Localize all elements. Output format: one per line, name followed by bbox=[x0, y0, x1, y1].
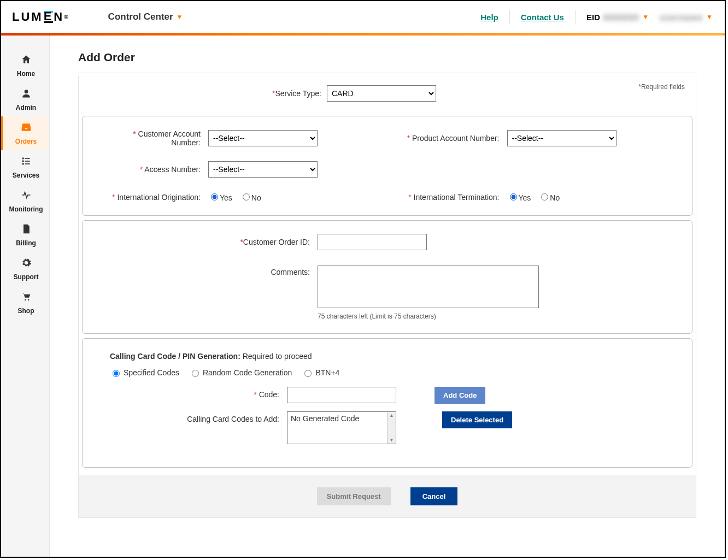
svg-rect-4 bbox=[25, 161, 30, 162]
sidebar-item-shop[interactable]: Shop bbox=[1, 286, 49, 320]
sidebar-item-label: Home bbox=[17, 70, 35, 78]
code-label: Code: bbox=[259, 390, 279, 399]
sidebar: Home Admin Orders Services bbox=[1, 36, 50, 557]
access-number-label: Access Number: bbox=[144, 165, 201, 174]
comments-textarea[interactable] bbox=[318, 266, 539, 308]
form-container: *Service Type: CARD *Required fields * C… bbox=[78, 75, 696, 518]
intl-orig-no[interactable]: No bbox=[240, 192, 261, 202]
svg-point-8 bbox=[27, 299, 29, 300]
sidebar-item-label: Admin bbox=[16, 104, 36, 111]
svg-point-7 bbox=[25, 299, 26, 300]
svg-point-5 bbox=[22, 163, 24, 164]
sidebar-item-services[interactable]: Services bbox=[1, 150, 49, 184]
product-account-field: * Product Account Number: --Select-- bbox=[390, 129, 673, 147]
comments-label: Comments: bbox=[271, 268, 310, 276]
access-number-field: * Access Number: --Select-- bbox=[102, 161, 385, 178]
intl-term-field: * International Termination: Yes No bbox=[390, 192, 673, 202]
chevron-down-icon: ▼ bbox=[706, 13, 713, 21]
submit-button: Submit Request bbox=[317, 487, 391, 505]
svg-rect-2 bbox=[25, 158, 30, 159]
sidebar-item-label: Billing bbox=[16, 239, 36, 247]
customer-account-label: Customer Account Number: bbox=[138, 129, 201, 147]
page-title: Add Order bbox=[78, 51, 696, 64]
eid-value: 0000000 bbox=[603, 13, 639, 22]
cancel-button[interactable]: Cancel bbox=[410, 487, 458, 505]
intl-term-label: International Termination: bbox=[414, 193, 500, 202]
pin-mode-random[interactable]: Random Code Generation bbox=[189, 368, 292, 377]
comments-hint: 75 characters left (Limit is 75 characte… bbox=[318, 313, 539, 320]
required-note: *Required fields bbox=[638, 83, 685, 91]
chevron-down-icon: ▼ bbox=[642, 13, 649, 21]
file-icon bbox=[21, 223, 32, 236]
delete-selected-button[interactable]: Delete Selected bbox=[442, 411, 512, 428]
brand-logo: LUMEN® bbox=[12, 10, 70, 24]
content: Add Order *Service Type: CARD *Required … bbox=[50, 36, 725, 557]
service-type-label: *Service Type: bbox=[79, 89, 327, 98]
scrollbar[interactable]: ▲▼ bbox=[387, 412, 396, 444]
chevron-down-icon: ▼ bbox=[177, 13, 183, 21]
sidebar-item-label: Monitoring bbox=[9, 205, 43, 213]
product-name: Control Center bbox=[108, 11, 173, 22]
intl-term-yes[interactable]: Yes bbox=[507, 192, 531, 202]
order-info-panel: *Customer Order ID: Comments: 75 charact… bbox=[82, 220, 692, 334]
customer-order-id-input[interactable] bbox=[318, 234, 427, 250]
intl-term-no[interactable]: No bbox=[538, 192, 560, 202]
sidebar-item-orders[interactable]: Orders bbox=[1, 116, 49, 150]
intl-orig-field: * International Origination: Yes No bbox=[102, 192, 385, 202]
gear-icon bbox=[21, 257, 32, 270]
user-name: username bbox=[660, 13, 703, 22]
pin-panel: Calling Card Code / PIN Generation: Requ… bbox=[82, 338, 692, 468]
product-switcher[interactable]: Control Center ▼ bbox=[108, 11, 183, 22]
sidebar-item-admin[interactable]: Admin bbox=[1, 82, 49, 116]
contact-link[interactable]: Contact Us bbox=[521, 13, 564, 22]
sidebar-item-monitoring[interactable]: Monitoring bbox=[1, 184, 49, 218]
separator bbox=[575, 10, 576, 23]
help-link[interactable]: Help bbox=[480, 13, 498, 22]
home-icon bbox=[21, 54, 32, 67]
svg-point-3 bbox=[22, 160, 24, 162]
user-icon bbox=[21, 88, 32, 101]
sidebar-item-label: Orders bbox=[15, 138, 37, 145]
pin-mode-btn4[interactable]: BTN+4 bbox=[302, 368, 339, 377]
form-footer: Submit Request Cancel bbox=[79, 475, 696, 517]
eid-menu[interactable]: EID 0000000 ▼ bbox=[586, 13, 649, 22]
codes-to-add-label: Calling Card Codes to Add: bbox=[187, 415, 279, 423]
sidebar-item-support[interactable]: Support bbox=[1, 252, 49, 286]
service-type-select[interactable]: CARD bbox=[327, 85, 436, 102]
customer-order-id-label: Customer Order ID: bbox=[243, 238, 310, 246]
intl-orig-yes[interactable]: Yes bbox=[208, 192, 232, 202]
eid-label: EID bbox=[586, 13, 600, 22]
codes-listbox[interactable]: No Generated Code ▲▼ bbox=[287, 411, 396, 444]
access-number-select[interactable]: --Select-- bbox=[208, 161, 318, 178]
pulse-icon bbox=[21, 190, 32, 202]
account-panel: * Customer Account Number: --Select-- * … bbox=[82, 116, 692, 216]
intl-orig-label: International Origination: bbox=[117, 193, 201, 202]
user-menu[interactable]: username ▼ bbox=[660, 13, 713, 22]
code-input[interactable] bbox=[287, 387, 396, 403]
header: LUMEN® Control Center ▼ Help Contact Us … bbox=[1, 1, 725, 33]
sidebar-item-label: Support bbox=[14, 273, 39, 281]
svg-point-0 bbox=[24, 90, 28, 93]
sidebar-item-label: Shop bbox=[18, 307, 34, 315]
inbox-icon bbox=[21, 122, 32, 134]
customer-account-field: * Customer Account Number: --Select-- bbox=[102, 129, 385, 147]
pin-mode-specified[interactable]: Specified Codes bbox=[110, 368, 179, 377]
list-icon bbox=[21, 156, 32, 168]
svg-point-1 bbox=[22, 157, 24, 159]
codes-placeholder: No Generated Code bbox=[291, 414, 359, 423]
cart-icon bbox=[21, 291, 32, 304]
sidebar-item-billing[interactable]: Billing bbox=[1, 218, 49, 252]
pin-heading: Calling Card Code / PIN Generation: Requ… bbox=[110, 352, 672, 361]
sidebar-item-home[interactable]: Home bbox=[1, 49, 49, 82]
sidebar-item-label: Services bbox=[13, 172, 39, 179]
product-account-select[interactable]: --Select-- bbox=[507, 130, 617, 146]
customer-account-select[interactable]: --Select-- bbox=[208, 130, 318, 146]
service-type-row: *Service Type: CARD *Required fields bbox=[79, 75, 696, 111]
separator bbox=[509, 10, 510, 23]
add-code-button[interactable]: Add Code bbox=[435, 387, 485, 404]
svg-rect-6 bbox=[25, 163, 30, 164]
product-account-label: Product Account Number: bbox=[412, 134, 500, 143]
title-rule bbox=[78, 73, 696, 73]
